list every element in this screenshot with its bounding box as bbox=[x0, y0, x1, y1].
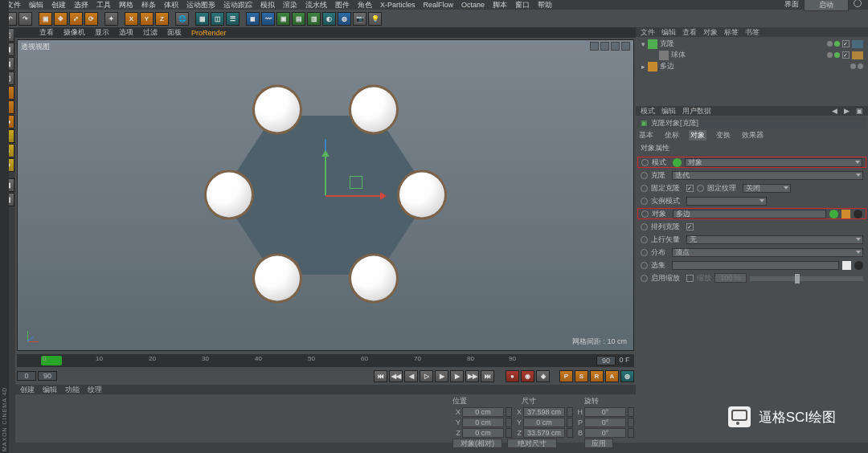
last-tool-icon[interactable]: ✦ bbox=[104, 12, 118, 26]
tree-label[interactable]: 克隆 bbox=[660, 39, 825, 49]
axis-y-icon[interactable]: Y bbox=[140, 12, 154, 26]
menu-item[interactable]: 选择 bbox=[74, 0, 88, 10]
generator-icon[interactable]: ▣ bbox=[276, 12, 290, 26]
param-dot-icon[interactable] bbox=[641, 198, 648, 205]
tree-label[interactable]: 多边 bbox=[660, 61, 848, 71]
play-back-icon[interactable]: ▷ bbox=[420, 370, 433, 382]
size-y-field[interactable]: 0 cm bbox=[523, 418, 565, 427]
spinner[interactable] bbox=[506, 428, 512, 438]
keyframe-selection-icon[interactable]: ◆ bbox=[536, 370, 550, 382]
range-end-field[interactable]: 90 bbox=[38, 371, 57, 381]
param-dot-icon[interactable] bbox=[641, 223, 648, 231]
pos-z-field[interactable]: 0 cm bbox=[462, 428, 504, 438]
render-region-icon[interactable]: ◫ bbox=[211, 12, 224, 26]
rot-b-field[interactable]: 0° bbox=[584, 428, 626, 438]
param-dot-icon[interactable] bbox=[641, 159, 649, 166]
fix-clone-checkbox[interactable] bbox=[686, 185, 694, 192]
pos-x-field[interactable]: 0 cm bbox=[462, 407, 504, 417]
environment-icon[interactable]: ◍ bbox=[338, 12, 351, 26]
tree-label[interactable]: 球体 bbox=[671, 50, 825, 60]
spinner[interactable] bbox=[628, 418, 634, 427]
rot-p-field[interactable]: 0° bbox=[584, 418, 626, 427]
param-dot-icon[interactable] bbox=[641, 275, 648, 282]
viewport[interactable]: 透视视图 bbox=[17, 39, 634, 351]
object-link-field[interactable]: 多边 bbox=[673, 210, 826, 218]
plane-handle-icon[interactable] bbox=[350, 176, 362, 189]
camera-icon[interactable]: 📷 bbox=[353, 12, 366, 26]
tree-row-poly[interactable]: ▸ 多边 bbox=[641, 61, 863, 71]
om-tab[interactable]: 查看 bbox=[682, 27, 697, 38]
menu-item[interactable]: RealFlow bbox=[424, 1, 454, 9]
spinner[interactable] bbox=[567, 407, 573, 417]
menu-item[interactable]: 创建 bbox=[51, 0, 66, 10]
menu-item[interactable]: Octane bbox=[461, 1, 485, 9]
spinner[interactable] bbox=[506, 418, 512, 427]
record-key-icon[interactable]: ● bbox=[506, 370, 519, 382]
frame-end-field[interactable]: 90 bbox=[596, 356, 616, 365]
scale-value-field[interactable]: 100 % bbox=[714, 273, 747, 283]
om-tab[interactable]: 标签 bbox=[724, 27, 739, 38]
attr-menu-item[interactable]: 模式 bbox=[641, 106, 655, 116]
clone-select[interactable]: 迭代 bbox=[672, 171, 863, 180]
rec-scale-icon[interactable]: S bbox=[575, 370, 588, 382]
distribution-select[interactable]: 顶点 bbox=[672, 248, 863, 257]
redo-icon[interactable]: ↷ bbox=[18, 12, 32, 26]
attr-hist-icon[interactable]: ▣ bbox=[856, 107, 863, 115]
menu-item[interactable]: 体积 bbox=[164, 0, 178, 10]
link-ok-icon[interactable] bbox=[829, 210, 838, 218]
attr-menu-item[interactable]: 用户数据 bbox=[682, 106, 711, 116]
view-menu-item[interactable]: 选项 bbox=[119, 27, 133, 38]
light-icon[interactable]: 💡 bbox=[368, 12, 382, 26]
spinner[interactable] bbox=[628, 428, 634, 438]
rec-pos-icon[interactable]: P bbox=[559, 370, 573, 382]
param-dot-icon[interactable] bbox=[641, 236, 648, 243]
goto-start-icon[interactable]: ⏮ bbox=[374, 370, 387, 382]
menu-item[interactable]: 模拟 bbox=[260, 0, 275, 10]
deformer-icon[interactable]: ◐ bbox=[322, 12, 336, 26]
param-dot-icon[interactable] bbox=[641, 249, 648, 256]
pos-y-field[interactable]: 0 cm bbox=[462, 418, 504, 427]
view-menu-extra[interactable]: ProRender bbox=[191, 29, 227, 37]
apply-button[interactable]: 应用 bbox=[584, 439, 613, 448]
mat-tab[interactable]: 纹理 bbox=[88, 385, 102, 395]
render-view-icon[interactable]: ▦ bbox=[195, 12, 209, 26]
clear-icon[interactable] bbox=[842, 261, 851, 270]
size-z-field[interactable]: 33.579 cm bbox=[523, 428, 565, 438]
prev-key-icon[interactable]: ◀◀ bbox=[389, 370, 403, 382]
param-dot-icon[interactable] bbox=[641, 262, 648, 269]
rec-param-icon[interactable]: A bbox=[605, 370, 619, 382]
view-menu-item[interactable]: 摄像机 bbox=[63, 27, 85, 38]
autokey-icon[interactable]: ◉ bbox=[521, 370, 534, 382]
render-settings-icon[interactable]: ☰ bbox=[226, 12, 240, 26]
attr-menu-item[interactable]: 编辑 bbox=[661, 106, 676, 116]
mode-select[interactable]: 对象 bbox=[685, 158, 862, 167]
up-vector-select[interactable]: 无 bbox=[686, 235, 863, 244]
rotate-tool-icon[interactable]: ⟳ bbox=[84, 12, 98, 26]
mat-tab[interactable]: 功能 bbox=[65, 385, 80, 395]
spinner[interactable] bbox=[628, 407, 634, 417]
param-dot-icon[interactable] bbox=[641, 210, 649, 218]
menu-item[interactable]: 角色 bbox=[358, 0, 372, 10]
help-ring-icon[interactable] bbox=[854, 0, 862, 7]
tree-row-cloner[interactable]: ▾ 克隆 bbox=[641, 39, 863, 49]
array-icon[interactable]: ▥ bbox=[307, 12, 321, 26]
tag-icon[interactable] bbox=[852, 40, 863, 48]
menu-item[interactable]: 渲染 bbox=[283, 0, 297, 10]
om-tab[interactable]: 书签 bbox=[745, 27, 760, 38]
om-tab[interactable]: 文件 bbox=[641, 27, 655, 38]
link-pick-icon[interactable] bbox=[854, 210, 862, 218]
param-dot-icon[interactable] bbox=[697, 185, 704, 192]
tag-icon[interactable] bbox=[852, 51, 863, 59]
scale-slider[interactable] bbox=[750, 276, 863, 281]
link-obj-icon[interactable] bbox=[841, 210, 850, 218]
menu-item[interactable]: 流水线 bbox=[305, 0, 327, 10]
param-dot-icon[interactable] bbox=[641, 185, 648, 192]
nav-zoom-icon[interactable] bbox=[600, 42, 609, 51]
expand-icon[interactable]: ▸ bbox=[641, 63, 645, 71]
mat-tab[interactable]: 编辑 bbox=[43, 385, 57, 395]
size-x-field[interactable]: 37.598 cm bbox=[523, 407, 565, 417]
view-menu-item[interactable]: 过滤 bbox=[143, 27, 158, 38]
om-tab[interactable]: 对象 bbox=[703, 27, 718, 38]
menu-item[interactable]: 运动跟踪 bbox=[223, 0, 252, 10]
axis-z-icon[interactable]: Z bbox=[155, 12, 169, 26]
